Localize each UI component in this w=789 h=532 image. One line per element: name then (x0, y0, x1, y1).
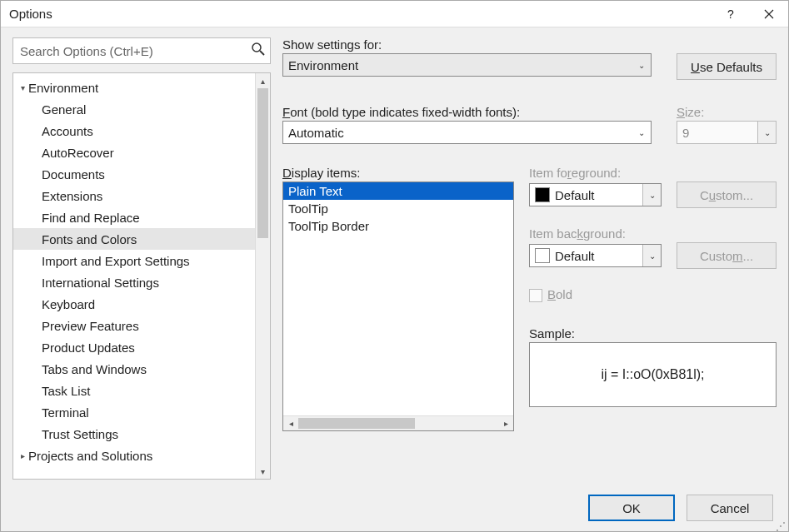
scroll-up-icon[interactable]: ▴ (256, 73, 270, 88)
scroll-right-icon[interactable]: ▸ (498, 416, 513, 430)
tree-scrollbar[interactable]: ▴ ▾ (255, 73, 270, 479)
tree-node-child[interactable]: Find and Replace (13, 206, 270, 228)
scroll-thumb[interactable] (298, 418, 415, 429)
svg-point-0 (252, 43, 261, 52)
background-combo[interactable]: Default ⌄ (529, 244, 662, 267)
custom-background-button: Custom... (677, 242, 777, 269)
combo-value: Environment (288, 58, 358, 72)
sample-label: Sample: (529, 326, 777, 341)
sample-text: ij = I::oO(0xB81l); (601, 367, 704, 382)
category-tree[interactable]: ▾ Environment GeneralAccountsAutoRecover… (13, 73, 270, 470)
tree-node-child[interactable]: Accounts (13, 120, 270, 142)
window-title: Options (1, 7, 712, 21)
tree-label: Environment (28, 81, 98, 95)
tree-node-child[interactable]: International Settings (13, 271, 270, 293)
foreground-combo[interactable]: Default ⌄ (529, 183, 662, 206)
dialog-footer: OK Cancel (1, 485, 788, 531)
caret-right-icon: ▸ (17, 451, 28, 460)
bold-checkbox (529, 289, 542, 302)
use-defaults-button[interactable]: Use Defaults (677, 53, 777, 80)
font-label: Font (bold type indicates fixed-width fo… (282, 105, 652, 119)
item-background-label: Item background: (529, 226, 777, 241)
options-dialog: Options ? ▾ Environment GeneralAccountsA… (0, 0, 789, 532)
chevron-down-icon: ⌄ (642, 245, 661, 266)
list-item[interactable]: ToolTip (283, 200, 513, 217)
tree-node-environment[interactable]: ▾ Environment (13, 77, 270, 98)
scroll-left-icon[interactable]: ◂ (283, 416, 298, 430)
resize-grip-icon[interactable]: ⋰ (776, 523, 787, 530)
combo-value: 9 (682, 126, 689, 140)
tree-node-child[interactable]: Extensions (13, 185, 270, 206)
list-item[interactable]: Plain Text (283, 182, 513, 200)
list-hscrollbar[interactable]: ◂ ▸ (283, 415, 513, 430)
chevron-down-icon: ⌄ (632, 122, 651, 143)
size-combo: 9 ⌄ (677, 121, 777, 144)
tree-node-child[interactable]: AutoRecover (13, 142, 270, 163)
tree-node-child[interactable]: Fonts and Colors (13, 228, 270, 250)
scroll-down-icon[interactable]: ▾ (256, 464, 270, 479)
search-icon (251, 42, 266, 60)
tree-node-child[interactable]: Import and Export Settings (13, 250, 270, 271)
item-foreground-label: Item foreground: (529, 166, 777, 180)
tree-node-child[interactable]: Trust Settings (13, 423, 270, 445)
combo-value: Automatic (288, 126, 344, 140)
scroll-thumb[interactable] (257, 88, 268, 238)
color-swatch-icon (535, 187, 550, 202)
list-item[interactable]: ToolTip Border (283, 217, 513, 235)
tree-node-child[interactable]: Preview Features (13, 315, 270, 336)
search-input[interactable] (12, 37, 271, 64)
size-label: Size: (677, 105, 777, 119)
combo-value: Default (555, 249, 595, 263)
color-swatch-icon (535, 248, 550, 263)
combo-value: Default (555, 188, 595, 202)
tree-node-child[interactable]: Task List (13, 380, 270, 401)
custom-foreground-button: Custom... (677, 181, 777, 208)
titlebar: Options ? (1, 1, 788, 27)
display-items-label: Display items: (282, 166, 514, 180)
display-items-listbox[interactable]: Plain TextToolTipToolTip Border ◂ ▸ (282, 181, 514, 431)
tree-label: Projects and Solutions (28, 449, 152, 463)
chevron-down-icon: ⌄ (632, 54, 651, 76)
caret-down-icon: ▾ (17, 83, 28, 92)
help-button[interactable]: ? (712, 1, 750, 27)
tree-node-child[interactable]: Terminal (13, 401, 270, 423)
sample-preview: ij = I::oO(0xB81l); (529, 342, 777, 407)
tree-node-child[interactable]: Documents (13, 163, 270, 185)
tree-node-child[interactable]: Keyboard (13, 293, 270, 315)
svg-line-1 (260, 51, 264, 55)
show-settings-label: Show settings for: (282, 37, 777, 52)
bold-label: Bold (547, 287, 572, 301)
ok-button[interactable]: OK (588, 495, 675, 521)
bold-checkbox-row: Bold (529, 287, 777, 303)
tree-node-projects[interactable]: ▸ Projects and Solutions (13, 445, 270, 466)
tree-node-child[interactable]: Product Updates (13, 336, 270, 358)
font-combo[interactable]: Automatic ⌄ (282, 121, 652, 144)
chevron-down-icon: ⌄ (757, 122, 776, 143)
show-settings-combo[interactable]: Environment ⌄ (282, 53, 652, 77)
chevron-down-icon: ⌄ (642, 184, 661, 206)
close-button[interactable] (750, 1, 788, 27)
tree-node-child[interactable]: Tabs and Windows (13, 358, 270, 380)
tree-node-child[interactable]: General (13, 98, 270, 120)
cancel-button[interactable]: Cancel (687, 495, 773, 521)
